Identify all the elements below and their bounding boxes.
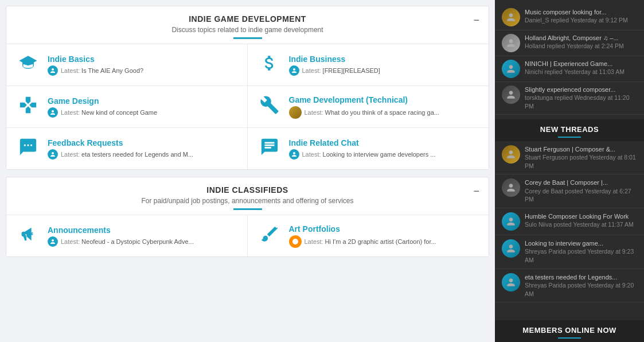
thread-item[interactable]: Looking to interview game... Shreyas Par…: [495, 235, 644, 269]
section-subtitle: Discuss topics related to indie game dev…: [18, 26, 477, 34]
forum-name[interactable]: Game Development (Technical): [289, 95, 480, 104]
forum-latest: Latest: eta testers needed for Legends a…: [61, 151, 193, 158]
forum-meta: Latest: Hi I'm a 2D graphic artist (Cart…: [289, 235, 480, 248]
reply-avatar: [502, 60, 520, 78]
thread-title: Stuart Ferguson | Composer &...: [525, 145, 637, 153]
forum-info: Feedback Requests Latest: eta testers ne…: [48, 138, 238, 160]
wrench-icon: [260, 95, 279, 119]
forum-info: Indie Basics Latest: Is The AIE Any Good…: [48, 55, 238, 76]
avatar-icon: [289, 65, 299, 76]
forum-latest: Latest: Hi I'm a 2D graphic artist (Cart…: [305, 238, 436, 245]
forum-meta: Latest: eta testers needed for Legends a…: [48, 149, 238, 160]
forum-name[interactable]: Art Portfolios: [289, 224, 480, 234]
forum-name[interactable]: Feedback Requests: [48, 138, 238, 147]
avatar: [289, 235, 302, 248]
reply-avatar: [502, 34, 520, 52]
avatar-icon: [48, 236, 58, 247]
forum-meta: Latest: Looking to interview game develo…: [289, 149, 480, 160]
thread-item[interactable]: eta testers needed for Legends... Shreya…: [495, 269, 644, 303]
thread-item[interactable]: Stuart Ferguson | Composer &... Stuart F…: [495, 141, 644, 175]
section-title: INDIE GAME DEVELOPMENT: [18, 14, 477, 24]
thread-text: Corey de Baat | Composer |... Corey de B…: [525, 178, 637, 204]
thread-avatar: [502, 178, 520, 197]
gamepad-icon: [18, 95, 38, 119]
section-indie-game-dev: − INDIE GAME DEVELOPMENT Discuss topics …: [6, 6, 489, 170]
section-collapse-btn[interactable]: −: [473, 14, 479, 26]
reply-text: Holland Albright, Composer ♫ –... Hollan…: [525, 34, 637, 50]
new-threads-list: Stuart Ferguson | Composer &... Stuart F…: [495, 141, 644, 303]
new-threads-underline: [558, 137, 581, 138]
reply-meta: Ninichi replied Yesterday at 11:03 AM: [525, 68, 637, 76]
reply-text: NINICHI | Experienced Game... Ninichi re…: [525, 60, 637, 76]
reply-item[interactable]: Slightly experienced composer... torsktu…: [495, 82, 644, 115]
reply-meta: torsktunga replied Wednesday at 11:20 PM: [525, 94, 637, 110]
section-collapse-btn[interactable]: −: [473, 185, 479, 197]
thread-item[interactable]: Humble Composer Looking For Work Sulo Ni…: [495, 208, 644, 235]
reply-item[interactable]: Music composer looking for... Daniel_S r…: [495, 5, 644, 30]
forum-item-indie-related-chat[interactable]: Indie Related Chat Latest: Looking to in…: [248, 128, 489, 169]
forum-latest: Latest: [FREE][RELEASED]: [302, 67, 380, 74]
section-indie-classifieds: − INDIE CLASSIFIEDS For paid/unpaid job …: [6, 177, 489, 257]
recent-replies-section: Music composer looking for... Daniel_S r…: [495, 0, 644, 119]
chat-icon: [18, 137, 38, 161]
thread-avatar: [502, 273, 520, 292]
section-header: − INDIE GAME DEVELOPMENT Discuss topics …: [6, 6, 489, 44]
forum-info: Art Portfolios Latest: Hi I'm a 2D graph…: [289, 224, 480, 248]
thread-title: eta testers needed for Legends...: [525, 273, 637, 281]
forum-meta: Latest: [FREE][RELEASED]: [289, 65, 480, 76]
thread-text: Stuart Ferguson | Composer &... Stuart F…: [525, 145, 637, 170]
forum-grid: Announcements Latest: Neofeud - a Dystop…: [6, 215, 489, 256]
thread-text: Looking to interview game... Shreyas Par…: [525, 239, 637, 265]
section-subtitle: For paid/unpaid job postings, announceme…: [18, 197, 477, 205]
forum-icon-wrap: [257, 136, 282, 161]
avatar: [289, 106, 302, 119]
forum-item-feedback-requests[interactable]: Feedback Requests Latest: eta testers ne…: [6, 128, 248, 169]
forum-info: Indie Related Chat Latest: Looking to in…: [289, 138, 480, 160]
forum-item-indie-basics[interactable]: Indie Basics Latest: Is The AIE Any Good…: [6, 44, 248, 86]
thread-meta: Shreyas Parida posted Yesterday at 9:23 …: [525, 247, 637, 264]
thread-avatar: [502, 212, 520, 231]
forum-name[interactable]: Indie Related Chat: [289, 138, 480, 147]
members-online-underline: [558, 337, 581, 339]
forum-name[interactable]: Indie Business: [289, 55, 480, 64]
reply-item[interactable]: Holland Albright, Composer ♫ –... Hollan…: [495, 30, 644, 56]
forum-icon-wrap: [257, 52, 282, 77]
forum-item-game-design[interactable]: Game Design Latest: New kind of concept …: [6, 86, 248, 128]
members-online-header: MEMBERS ONLINE NOW: [495, 320, 644, 342]
reply-item[interactable]: NINICHI | Experienced Game... Ninichi re…: [495, 56, 644, 82]
reply-avatar: [502, 86, 520, 104]
thread-meta: Sulo Niiva posted Yesterday at 11:37 AM: [525, 220, 637, 229]
thread-text: Humble Composer Looking For Work Sulo Ni…: [525, 212, 637, 229]
forum-icon-wrap: [15, 223, 41, 248]
forum-name[interactable]: Indie Basics: [48, 55, 238, 64]
forum-item-announcements[interactable]: Announcements Latest: Neofeud - a Dystop…: [6, 215, 248, 256]
forum-latest: Latest: Looking to interview game develo…: [302, 151, 436, 158]
graduation-icon: [18, 53, 38, 77]
forum-item-game-dev-technical[interactable]: Game Development (Technical) Latest: Wha…: [248, 86, 489, 128]
section-title: INDIE CLASSIFIEDS: [18, 185, 477, 195]
thread-meta: Shreyas Parida posted Yesterday at 9:20 …: [525, 281, 637, 298]
forum-grid: Indie Basics Latest: Is The AIE Any Good…: [6, 44, 489, 169]
forum-name[interactable]: Announcements: [48, 226, 238, 235]
section-header: − INDIE CLASSIFIEDS For paid/unpaid job …: [6, 177, 489, 215]
reply-title: Music composer looking for...: [525, 8, 637, 16]
forum-latest: Latest: Neofeud - a Dystopic Cyberpunk A…: [61, 238, 194, 245]
forum-name[interactable]: Game Design: [48, 96, 238, 106]
new-threads-header: NEW THREADS: [495, 119, 644, 141]
forum-item-indie-business[interactable]: Indie Business Latest: [FREE][RELEASED]: [248, 44, 489, 86]
thread-title: Humble Composer Looking For Work: [525, 212, 637, 220]
brush-icon: [260, 224, 279, 248]
forum-item-art-portfolios[interactable]: Art Portfolios Latest: Hi I'm a 2D graph…: [248, 215, 489, 256]
dollar-icon: [260, 53, 279, 77]
thread-item[interactable]: Corey de Baat | Composer |... Corey de B…: [495, 174, 644, 208]
forum-latest: Latest: Is The AIE Any Good?: [61, 67, 143, 74]
forum-icon-wrap: [257, 223, 282, 248]
thread-title: Corey de Baat | Composer |...: [525, 178, 637, 186]
reply-text: Slightly experienced composer... torsktu…: [525, 86, 637, 111]
thread-avatar: [502, 239, 520, 258]
forum-latest: Latest: New kind of concept Game: [61, 109, 157, 116]
avatar-icon: [48, 149, 58, 160]
reply-title: NINICHI | Experienced Game...: [525, 60, 637, 68]
forum-meta: Latest: What do you think of a space rac…: [289, 106, 480, 119]
thread-title: Looking to interview game...: [525, 239, 637, 247]
